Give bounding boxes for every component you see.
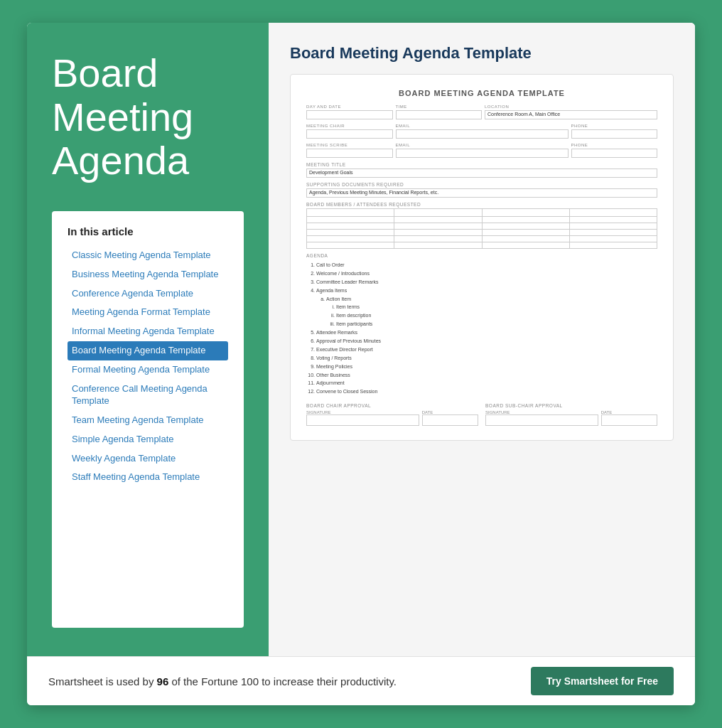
- row-chair: MEETING CHAIR EMAIL PHONE: [306, 124, 657, 139]
- group-day-date: DAY AND DATE: [306, 105, 393, 119]
- footer-text: Smartsheet is used by 96 of the Fortune …: [48, 675, 397, 687]
- list-item: Call to Order: [316, 261, 657, 269]
- agenda-sub-list: Action Item Item terms Item description …: [316, 295, 657, 329]
- label-scribe-email: EMAIL: [396, 143, 569, 147]
- group-location: LOCATION Conference Room A, Main Office: [485, 105, 657, 119]
- table-row: [307, 236, 657, 242]
- label-supporting-docs: SUPPORTING DOCUMENTS REQUIRED: [306, 182, 657, 187]
- list-item: Convene to Closed Session: [316, 387, 657, 396]
- footer-highlight: 96: [157, 675, 169, 687]
- approval-row-subchair: SIGNATURE DATE: [485, 410, 657, 426]
- table-cell: [307, 242, 394, 249]
- label-scribe-phone: PHONE: [571, 143, 658, 147]
- input-supporting-docs[interactable]: Agenda, Previous Meeting Minutes, Financ…: [306, 188, 657, 198]
- table-cell: [307, 217, 394, 223]
- toc-item-confcall[interactable]: Conference Call Meeting Agenda Template: [68, 380, 228, 411]
- input-scribe-phone[interactable]: [571, 149, 658, 158]
- input-scribe-email[interactable]: [396, 149, 569, 158]
- cta-button[interactable]: Try Smartsheet for Free: [531, 667, 674, 695]
- input-subchair-sig[interactable]: [485, 414, 598, 426]
- approval-field-subchair-date: DATE: [601, 410, 657, 426]
- input-scribe[interactable]: [306, 149, 393, 158]
- doc-preview: BOARD MEETING AGENDA TEMPLATE DAY AND DA…: [290, 74, 674, 441]
- label-attendees: BOARD MEMBERS / ATTENDEES REQUESTED: [306, 202, 657, 207]
- list-item: Voting / Reports: [316, 354, 657, 363]
- row-date-time-location: DAY AND DATE TIME LOCATION Conference Ro…: [306, 105, 657, 119]
- label-chair-phone: PHONE: [571, 124, 658, 128]
- approval-field-chair-date: DATE: [422, 410, 478, 426]
- approval-row-chair: SIGNATURE DATE: [306, 410, 478, 426]
- input-chair-phone[interactable]: [571, 129, 658, 139]
- approval-block-subchair-title: BOARD SUB-CHAIR APPROVAL: [485, 403, 657, 408]
- table-cell: [307, 236, 394, 242]
- toc-item-formal[interactable]: Formal Meeting Agenda Template: [68, 360, 228, 380]
- table-cell: [394, 242, 482, 249]
- table-cell: [394, 236, 482, 242]
- footer-bar: Smartsheet is used by 96 of the Fortune …: [27, 656, 695, 705]
- approval-section: BOARD CHAIR APPROVAL SIGNATURE DATE: [306, 403, 657, 426]
- group-chair-email: EMAIL: [396, 124, 569, 139]
- table-cell: [482, 223, 569, 230]
- toc-heading: In this article: [68, 225, 228, 237]
- toc-item-informal[interactable]: Informal Meeting Agenda Template: [68, 322, 228, 341]
- content-area: BoardMeetingAgenda In this article Class…: [27, 23, 695, 656]
- toc-item-weekly[interactable]: Weekly Agenda Template: [68, 449, 228, 469]
- list-item: Item terms: [336, 303, 657, 311]
- list-item: Agenda Items Action Item Item terms Item…: [316, 287, 657, 328]
- table-row: [307, 242, 657, 249]
- table-row: [307, 223, 657, 230]
- toc-item-team[interactable]: Team Meeting Agenda Template: [68, 411, 228, 430]
- table-cell: [482, 242, 569, 249]
- approval-block-subchair: BOARD SUB-CHAIR APPROVAL SIGNATURE DATE: [485, 403, 657, 426]
- approval-field-chair-sig: SIGNATURE: [306, 410, 419, 426]
- table-cell: [569, 209, 657, 217]
- list-item: Executive Director Report: [316, 346, 657, 354]
- input-day-date[interactable]: [306, 110, 393, 119]
- input-chair-date[interactable]: [422, 414, 478, 426]
- table-cell: [569, 223, 657, 230]
- toc-item-simple[interactable]: Simple Agenda Template: [68, 430, 228, 449]
- toc-item-board[interactable]: Board Meeting Agenda Template: [68, 341, 228, 360]
- right-panel: Board Meeting Agenda Template BOARD MEET…: [269, 23, 695, 656]
- input-time[interactable]: [396, 110, 483, 119]
- toc-item-business[interactable]: Business Meeting Agenda Template: [68, 265, 228, 284]
- label-scribe: MEETING SCRIBE: [306, 143, 393, 147]
- group-scribe: MEETING SCRIBE: [306, 143, 393, 158]
- table-cell: [394, 223, 482, 230]
- main-card: BoardMeetingAgenda In this article Class…: [27, 23, 695, 705]
- group-scribe-email: EMAIL: [396, 143, 569, 158]
- preview-title: BOARD MEETING AGENDA TEMPLATE: [306, 89, 657, 97]
- toc-item-classic[interactable]: Classic Meeting Agenda Template: [68, 246, 228, 265]
- list-item: Item participants: [336, 320, 657, 328]
- list-item: Committee Leader Remarks: [316, 278, 657, 287]
- input-subchair-date[interactable]: [601, 414, 657, 426]
- input-chair[interactable]: [306, 129, 393, 139]
- label-meeting-title: MEETING TITLE: [306, 162, 657, 167]
- group-chair-phone: PHONE: [571, 124, 658, 139]
- approval-block-chair-title: BOARD CHAIR APPROVAL: [306, 403, 478, 408]
- group-scribe-phone: PHONE: [571, 143, 658, 158]
- table-cell: [307, 223, 394, 230]
- input-chair-sig[interactable]: [306, 414, 419, 426]
- table-cell: [394, 209, 482, 217]
- label-time: TIME: [396, 105, 483, 109]
- agenda-sub-sub-list: Item terms Item description Item partici…: [326, 303, 657, 328]
- toc-item-staff[interactable]: Staff Meeting Agenda Template: [68, 468, 228, 487]
- table-cell: [569, 242, 657, 249]
- toc-item-format[interactable]: Meeting Agenda Format Template: [68, 303, 228, 322]
- agenda-section: AGENDA Call to Order Welcome / Introduct…: [306, 253, 657, 396]
- table-cell: [307, 230, 394, 236]
- list-item: Attendee Remarks: [316, 328, 657, 337]
- table-cell: [482, 236, 569, 242]
- input-chair-email[interactable]: [396, 129, 569, 139]
- table-cell: [482, 217, 569, 223]
- attendees-table: [306, 208, 657, 249]
- table-cell: [394, 217, 482, 223]
- input-location[interactable]: Conference Room A, Main Office: [485, 110, 657, 119]
- input-meeting-title[interactable]: Development Goals: [306, 168, 657, 178]
- table-cell: [569, 217, 657, 223]
- list-item: Adjournment: [316, 379, 657, 387]
- toc-item-conference[interactable]: Conference Agenda Template: [68, 284, 228, 304]
- list-item: Meeting Policies: [316, 363, 657, 371]
- table-row: [307, 230, 657, 236]
